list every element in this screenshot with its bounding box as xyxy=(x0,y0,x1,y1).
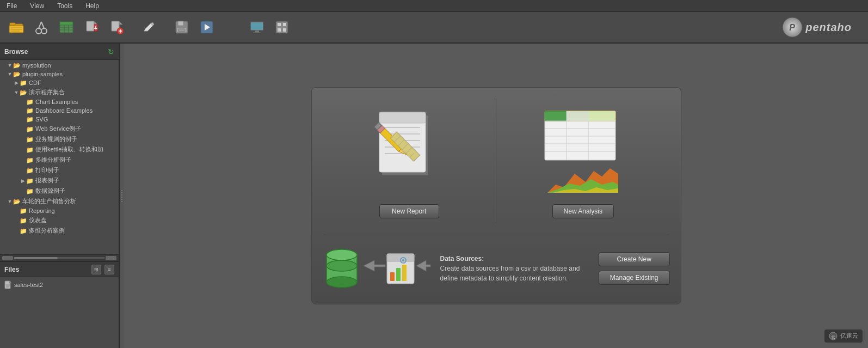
folder-icon-dashboard-examples xyxy=(26,107,34,114)
svg-point-6 xyxy=(36,28,41,34)
tree-item-mysolution[interactable]: ▼ mysolution xyxy=(0,61,119,70)
panel-resize-handle[interactable] xyxy=(120,44,124,348)
tree-item-wheel-production[interactable]: ▼ 车轮的生产销售分析 xyxy=(0,196,119,206)
manage-existing-button[interactable]: Manage Existing xyxy=(599,271,670,285)
label-cdf: CDF xyxy=(29,80,41,86)
file-item-sales-test2[interactable]: sales-test2 xyxy=(4,279,114,290)
folder-icon-cdf xyxy=(20,80,27,86)
svg-point-98 xyxy=(402,259,404,261)
tree-item-chart-examples[interactable]: Chart Examples xyxy=(0,97,119,106)
datasource-title: Data Sources: xyxy=(440,255,484,262)
tree-item-web-service[interactable]: Web Service例子 xyxy=(0,124,119,134)
folder-icon-reporting xyxy=(20,207,27,214)
folder-icon-datasource-examples xyxy=(26,188,34,194)
tree-hscroll[interactable] xyxy=(0,254,119,261)
table-button[interactable] xyxy=(56,16,77,38)
export-icon xyxy=(109,20,124,34)
expander-multi-analysis xyxy=(20,157,26,163)
folder-icon-wheel-production xyxy=(13,198,21,205)
left-panel: Browse ↻ ▼ mysolution ▼ plugin-samples ▶… xyxy=(0,44,120,348)
label-demo-programs: 演示程序集合 xyxy=(29,88,65,96)
tree-item-dashboard[interactable]: 仪表盘 xyxy=(0,215,119,225)
tree-item-multi-dim[interactable]: 多维分析案例 xyxy=(0,225,119,236)
folder-icon-multi-dim xyxy=(20,228,27,234)
hscroll-thumb[interactable] xyxy=(14,257,58,259)
svg-marker-22 xyxy=(119,21,122,25)
create-new-button[interactable]: Create New xyxy=(599,252,670,266)
datasource-buttons: Create New Manage Existing xyxy=(599,252,670,285)
main-area: Browse ↻ ▼ mysolution ▼ plugin-samples ▶… xyxy=(0,44,868,348)
cut-button[interactable] xyxy=(30,16,52,38)
label-dashboard-examples: Dashboard Examples xyxy=(35,107,93,114)
svg-rect-1 xyxy=(10,23,15,25)
tree-item-report-examples[interactable]: ▶ 报表例子 xyxy=(0,175,119,186)
label-mysolution: mysolution xyxy=(22,62,51,69)
cut-icon xyxy=(34,20,48,34)
tree-item-kettle[interactable]: 使用kettle抽取、转换和加 xyxy=(0,144,119,155)
tree-item-dashboard-examples[interactable]: Dashboard Examples xyxy=(0,106,119,115)
save-button[interactable] xyxy=(171,16,193,38)
monitor-button[interactable] xyxy=(246,16,268,38)
tree-item-plugin-samples[interactable]: ▼ plugin-samples xyxy=(0,70,119,78)
resize-dot-3 xyxy=(121,194,122,196)
run-button[interactable] xyxy=(196,16,218,38)
refresh-icon[interactable]: ↻ xyxy=(108,47,114,56)
folder-icon-print-examples xyxy=(26,167,34,174)
welcome-top: New Report xyxy=(323,99,670,235)
hscroll-right[interactable] xyxy=(106,256,116,260)
files-grid-view[interactable]: ⊞ xyxy=(91,265,101,274)
pencil-icon xyxy=(143,21,155,33)
datasource-icon xyxy=(323,244,432,293)
tree-item-cdf[interactable]: ▶ CDF xyxy=(0,78,119,87)
label-dashboard: 仪表盘 xyxy=(29,216,47,224)
menubar: File View Tools Help xyxy=(0,0,868,12)
label-plugin-samples: plugin-samples xyxy=(22,71,63,77)
plugin-button[interactable] xyxy=(271,16,293,38)
svg-rect-37 xyxy=(255,30,259,32)
menu-tools[interactable]: Tools xyxy=(55,1,75,11)
tree-item-demo-programs[interactable]: ▼ 演示程序集合 xyxy=(0,87,119,97)
tree-item-svg[interactable]: SVG xyxy=(0,115,119,124)
tree-item-multi-analysis[interactable]: 多维分析例子 xyxy=(0,155,119,165)
table-icon xyxy=(59,21,73,33)
label-multi-analysis: 多维分析例子 xyxy=(35,156,71,164)
svg-line-9 xyxy=(41,22,44,28)
svg-rect-95 xyxy=(396,268,401,281)
label-web-service: Web Service例子 xyxy=(35,125,81,133)
file-tree[interactable]: ▼ mysolution ▼ plugin-samples ▶ CDF ▼ 演示… xyxy=(0,60,119,254)
tree-item-business-rules[interactable]: 业务规则的例子 xyxy=(0,134,119,144)
toolbar: P pentaho xyxy=(0,12,868,44)
watermark-label: 亿速云 xyxy=(840,332,858,339)
new-analysis-button[interactable]: New Analysis xyxy=(552,204,614,218)
new-report-icon xyxy=(371,106,447,196)
svg-rect-30 xyxy=(178,21,183,26)
export-button[interactable] xyxy=(106,16,127,38)
label-svg: SVG xyxy=(35,116,48,123)
expander-dashboard-examples xyxy=(20,107,26,114)
svg-rect-32 xyxy=(178,29,185,32)
tree-item-print-examples[interactable]: 打印例子 xyxy=(0,165,119,175)
svg-line-8 xyxy=(39,22,41,28)
menu-view[interactable]: View xyxy=(28,1,46,11)
menu-help[interactable]: Help xyxy=(83,1,101,11)
tree-item-datasource-examples[interactable]: 数据源例子 xyxy=(0,186,119,196)
browse-header: Browse ↻ xyxy=(0,44,119,60)
open-button[interactable] xyxy=(5,16,27,38)
label-datasource-examples: 数据源例子 xyxy=(35,187,65,195)
expander-wheel-production: ▼ xyxy=(7,198,13,205)
files-list-view[interactable]: ≡ xyxy=(104,265,114,274)
pencil-button[interactable] xyxy=(138,16,160,38)
new-report-button[interactable]: New Report xyxy=(379,204,439,218)
hscroll-left[interactable] xyxy=(2,256,13,260)
expander-reporting xyxy=(13,207,20,214)
label-reporting: Reporting xyxy=(29,207,55,214)
tree-item-reporting[interactable]: Reporting xyxy=(0,206,119,215)
file-icon xyxy=(4,280,12,289)
svg-rect-96 xyxy=(402,265,407,281)
expander-dashboard xyxy=(13,217,20,224)
label-business-rules: 业务规则的例子 xyxy=(35,135,77,143)
import-button[interactable] xyxy=(81,16,102,38)
files-title: Files xyxy=(4,266,88,273)
expander-business-rules xyxy=(20,136,26,143)
menu-file[interactable]: File xyxy=(4,1,19,11)
